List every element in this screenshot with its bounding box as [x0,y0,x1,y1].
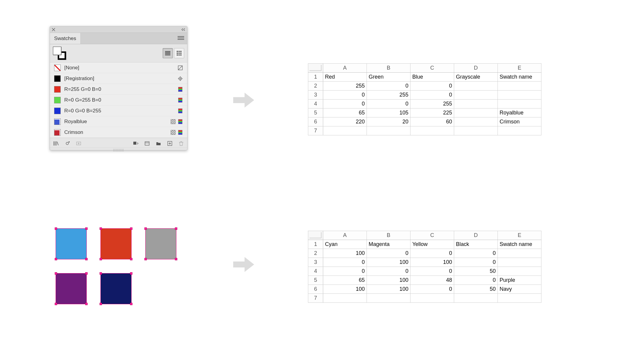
col-head[interactable]: B [367,231,410,240]
cell[interactable]: Grayscale [454,73,498,82]
cell[interactable] [498,126,541,135]
panel-resize-grip[interactable]: ||||||||||| [50,148,187,150]
close-icon[interactable] [52,28,55,31]
selection-handle[interactable] [130,303,132,305]
cell[interactable] [323,294,367,303]
cell[interactable] [498,249,541,258]
cell[interactable]: 220 [323,117,367,126]
color-group-icon[interactable] [144,140,150,146]
cell[interactable]: 0 [410,249,454,258]
cell[interactable]: 100 [367,276,410,285]
selection-handle[interactable] [100,227,102,230]
collapse-icon[interactable] [181,28,185,31]
cell[interactable]: 0 [454,249,498,258]
cell[interactable]: Royalblue [498,108,541,117]
cell[interactable]: 0 [323,100,367,108]
cell[interactable] [454,82,498,91]
cell[interactable]: 0 [410,267,454,276]
cell[interactable] [498,258,541,267]
cell[interactable] [498,100,541,108]
cell[interactable]: Green [367,73,410,82]
selection-handle[interactable] [144,258,147,260]
col-head[interactable]: C [410,64,454,73]
selection-handle[interactable] [55,227,57,230]
selection-handle[interactable] [100,303,102,305]
selection-handle[interactable] [130,227,132,230]
folder-icon[interactable] [155,140,161,146]
cell[interactable]: 0 [410,285,454,294]
cell[interactable] [498,82,541,91]
cell[interactable]: 50 [454,267,498,276]
selection-handle[interactable] [100,258,102,260]
cell[interactable] [498,294,541,303]
grid-view-button[interactable] [174,48,184,58]
selection-handle[interactable] [175,258,177,260]
row-head[interactable]: 4 [308,100,323,108]
col-head[interactable]: D [454,231,498,240]
selected-rectangle[interactable] [100,273,132,304]
cell[interactable]: Crimson [498,117,541,126]
col-head[interactable]: E [498,231,541,240]
cell[interactable]: 100 [323,285,367,294]
swatch-row[interactable]: R=0 G=255 B=0 [50,95,187,105]
cell[interactable]: 60 [410,117,454,126]
libraries-icon[interactable] [53,140,59,146]
selection-handle[interactable] [55,303,57,305]
selection-handle[interactable] [55,272,57,275]
selection-handle[interactable] [85,227,88,230]
selected-rectangle[interactable] [145,228,176,259]
selection-handle[interactable] [100,272,102,275]
selection-handle[interactable] [130,272,132,275]
cell[interactable]: Swatch name [498,240,541,249]
new-swatch-icon[interactable] [167,140,173,146]
col-head[interactable]: D [454,64,498,73]
row-head[interactable]: 4 [308,267,323,276]
cell[interactable]: Red [323,73,367,82]
sheet-corner[interactable] [308,231,323,240]
swatch-row[interactable]: [Registration] [50,73,187,84]
selection-handle[interactable] [85,303,88,305]
cell[interactable] [367,294,410,303]
cell[interactable]: 0 [367,267,410,276]
col-head[interactable]: E [498,64,541,73]
cell[interactable] [454,294,498,303]
cell[interactable]: 0 [454,276,498,285]
cell[interactable] [454,126,498,135]
cell[interactable]: 48 [410,276,454,285]
selected-rectangle[interactable] [56,228,87,259]
panel-menu-icon[interactable] [175,36,187,42]
row-head[interactable]: 2 [308,249,323,258]
row-head[interactable]: 7 [308,294,323,303]
col-head[interactable]: A [323,231,367,240]
swatch-kind-icon[interactable] [133,140,139,146]
cell[interactable] [454,108,498,117]
fill-stroke-proxy[interactable] [53,47,66,60]
cell[interactable]: 0 [367,249,410,258]
cell[interactable]: 100 [367,258,410,267]
row-head[interactable]: 1 [308,73,323,82]
col-head[interactable]: A [323,64,367,73]
cell[interactable]: Magenta [367,240,410,249]
selected-rectangle[interactable] [56,273,87,304]
swatch-row[interactable]: R=255 G=0 B=0 [50,84,187,95]
trash-icon[interactable] [178,140,184,146]
list-view-button[interactable] [163,48,173,58]
cell[interactable]: 0 [323,267,367,276]
cell[interactable]: 100 [410,258,454,267]
cell[interactable] [410,294,454,303]
cell[interactable] [410,126,454,135]
cell[interactable]: 65 [323,276,367,285]
selected-rectangle[interactable] [100,228,132,259]
cell[interactable]: 0 [367,100,410,108]
col-head[interactable]: B [367,64,410,73]
row-head[interactable]: 6 [308,285,323,294]
swatch-row[interactable]: Royalblue [50,116,187,127]
swatch-row[interactable]: [None] [50,62,187,73]
cell[interactable] [367,126,410,135]
cell[interactable] [498,91,541,100]
row-head[interactable]: 2 [308,82,323,91]
swatch-options-icon[interactable] [64,140,70,146]
cell[interactable]: 0 [367,82,410,91]
tab-swatches[interactable]: Swatches [50,33,81,44]
selection-handle[interactable] [85,272,88,275]
